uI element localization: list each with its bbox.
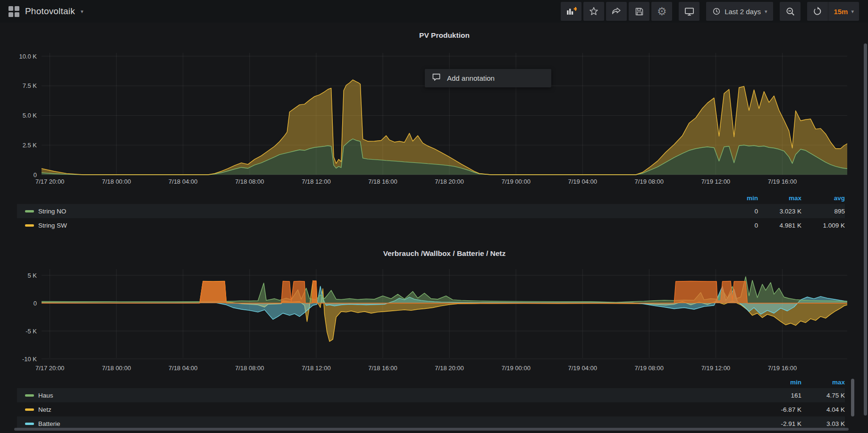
- x-tick-label: 7/19 00:00: [501, 365, 530, 372]
- legend-stat-value: 4.981 K: [758, 222, 801, 229]
- x-tick-label: 7/18 16:00: [368, 365, 397, 372]
- y-tick-label: -10 K: [22, 356, 37, 363]
- series-label[interactable]: Batterie: [38, 420, 60, 427]
- y-tick-label: 5.0 K: [23, 112, 37, 119]
- series-color-swatch[interactable]: [25, 423, 34, 425]
- refresh-picker[interactable]: 15m ▾: [807, 2, 859, 21]
- legend-stat-value: -2.91 K: [758, 420, 801, 427]
- legend-stat-value: 895: [801, 208, 845, 215]
- legend-stat-value: 0: [715, 222, 758, 229]
- refresh-chevron-down-icon: ▾: [851, 9, 854, 14]
- refresh-icon: [813, 7, 822, 16]
- x-tick-label: 7/18 16:00: [368, 178, 397, 185]
- series-color-swatch[interactable]: [25, 408, 34, 411]
- x-tick-label: 7/18 00:00: [102, 365, 131, 372]
- series-label[interactable]: Netz: [38, 406, 51, 413]
- x-tick-label: 7/19 12:00: [701, 365, 730, 372]
- x-tick-label: 7/18 04:00: [169, 365, 197, 372]
- legend-sort-max[interactable]: max: [801, 379, 845, 386]
- refresh-interval-dropdown[interactable]: 15m ▾: [828, 8, 859, 16]
- y-tick-label: 0: [34, 171, 37, 178]
- x-tick-label: 7/19 08:00: [635, 178, 664, 185]
- x-tick-label: 7/18 00:00: [102, 178, 131, 185]
- legend-row-netz: Netz-6.87 K4.04 K: [17, 402, 845, 416]
- series-color-swatch[interactable]: [25, 394, 34, 397]
- x-tick-label: 7/18 04:00: [169, 178, 197, 185]
- share-button[interactable]: [606, 2, 627, 21]
- title-chevron-down-icon[interactable]: ▾: [81, 9, 84, 14]
- legend-sort-avg[interactable]: avg: [801, 195, 845, 202]
- y-tick-label: 5 K: [27, 272, 37, 279]
- panel-title-pv-produktion[interactable]: PV Produktion: [42, 31, 847, 40]
- zoom-out-button[interactable]: [780, 2, 801, 21]
- x-tick-label: 7/18 08:00: [235, 365, 264, 372]
- legend-sort-min[interactable]: min: [715, 195, 758, 202]
- x-tick-label: 7/18 12:00: [302, 365, 330, 372]
- legend-sort-max[interactable]: max: [758, 195, 801, 202]
- add-annotation-label: Add annotation: [447, 74, 495, 82]
- x-tick-label: 7/19 04:00: [568, 178, 597, 185]
- page-scrollbar[interactable]: [864, 43, 867, 416]
- settings-button[interactable]: ⚙: [651, 2, 672, 21]
- add-annotation-menu-item[interactable]: Add annotation: [425, 69, 551, 87]
- time-range-picker[interactable]: Last 2 days ▾: [706, 2, 773, 21]
- legend-header-row: minmaxavg: [17, 192, 845, 204]
- legend-stat-value: 0: [715, 208, 758, 215]
- comment-bubble-icon: [432, 73, 441, 83]
- legend-sort-min[interactable]: min: [758, 379, 801, 386]
- series-label[interactable]: String NO: [38, 208, 66, 215]
- cycle-view-button[interactable]: [679, 2, 699, 21]
- star-button[interactable]: [583, 2, 604, 21]
- legend-stat-value: 161: [758, 392, 801, 399]
- x-tick-label: 7/19 04:00: [568, 365, 597, 372]
- dashboard-title[interactable]: Photovoltaik: [25, 6, 75, 17]
- y-tick-label: -5 K: [25, 328, 37, 335]
- y-tick-label: 10.0 K: [19, 53, 37, 60]
- verbrauch-chart[interactable]: 7/17 20:007/18 00:007/18 04:007/18 08:00…: [0, 263, 860, 377]
- x-tick-label: 7/19 12:00: [701, 178, 730, 185]
- y-tick-label: 0: [34, 300, 37, 307]
- refresh-interval-label: 15m: [834, 8, 848, 16]
- legend-header-row: minmax: [17, 376, 845, 388]
- x-tick-label: 7/18 20:00: [435, 365, 463, 372]
- gear-icon: ⚙: [657, 6, 667, 17]
- navbar: Photovoltaik ▾ ⚙: [0, 0, 868, 23]
- series-color-swatch[interactable]: [25, 224, 34, 227]
- star-icon: [589, 6, 599, 17]
- save-icon: [634, 7, 644, 17]
- panel-title-verbrauch[interactable]: Verbrauch /Wallbox / Batterie / Netz: [42, 249, 847, 258]
- x-tick-label: 7/18 08:00: [235, 178, 264, 185]
- add-panel-button[interactable]: [561, 2, 581, 21]
- legend-row-string-sw: String SW04.981 K1.009 K: [17, 218, 845, 232]
- x-tick-label: 7/17 20:00: [35, 178, 64, 185]
- save-button[interactable]: [629, 2, 649, 21]
- clock-icon: [712, 7, 721, 16]
- series-label[interactable]: String SW: [38, 222, 67, 229]
- refresh-button[interactable]: [807, 2, 828, 21]
- y-tick-label: 7.5 K: [23, 82, 37, 89]
- x-tick-label: 7/19 00:00: [501, 178, 530, 185]
- x-tick-label: 7/18 20:00: [435, 178, 463, 185]
- series-areas: [42, 80, 847, 175]
- pv-produktion-legend: minmaxavgString NO03.023 K895String SW04…: [0, 192, 860, 232]
- time-range-chevron-down-icon: ▾: [765, 9, 767, 14]
- x-tick-label: 7/18 12:00: [302, 178, 330, 185]
- dashboards-grid-icon[interactable]: [8, 6, 19, 17]
- x-tick-label: 7/19 08:00: [635, 365, 664, 372]
- legend-stat-value: 3.023 K: [758, 208, 801, 215]
- horizontal-scrollbar[interactable]: [14, 428, 849, 431]
- legend-stat-value: 3.03 K: [801, 420, 845, 427]
- series-color-swatch[interactable]: [25, 210, 34, 212]
- legend-scrollbar[interactable]: [851, 379, 854, 416]
- legend-stat-value: -6.87 K: [758, 406, 801, 413]
- magnifier-minus-icon: [785, 7, 795, 17]
- legend-row-string-no: String NO03.023 K895: [17, 204, 845, 218]
- x-tick-label: 7/19 16:00: [768, 365, 797, 372]
- series-areas: [42, 277, 847, 341]
- monitor-icon: [684, 6, 695, 17]
- share-icon: [611, 6, 622, 17]
- x-tick-label: 7/17 20:00: [35, 365, 64, 372]
- x-tick-label: 7/19 16:00: [768, 178, 797, 185]
- series-label[interactable]: Haus: [38, 392, 53, 399]
- add-panel-icon: [565, 6, 577, 17]
